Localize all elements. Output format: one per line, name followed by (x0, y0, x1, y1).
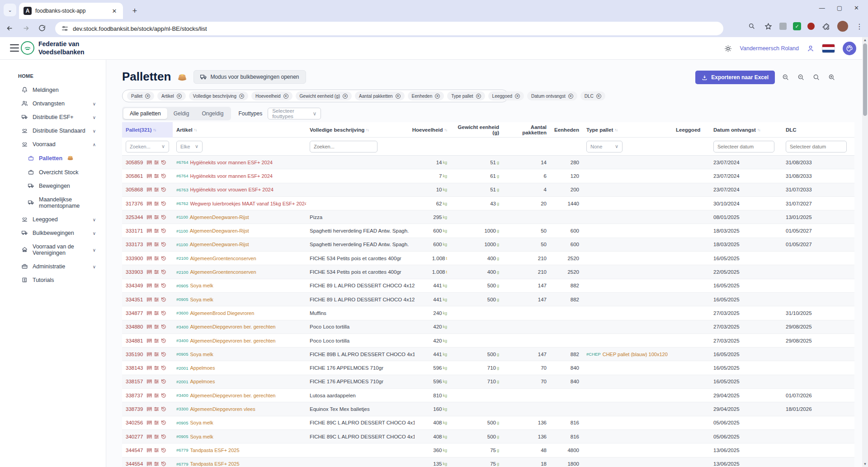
barcode-icon[interactable] (146, 352, 152, 357)
chip-remove-icon[interactable]: ✕ (283, 94, 288, 99)
tune-icon[interactable] (154, 338, 159, 343)
kebab-menu-icon[interactable]: ⋮ (854, 21, 864, 31)
chip-remove-icon[interactable]: ✕ (177, 94, 182, 99)
chip-remove-icon[interactable]: ✕ (515, 94, 520, 99)
browser-tab[interactable]: A foodbanks-stock-app ✕ (19, 3, 123, 19)
filter-chip-hoeveelheid[interactable]: Hoeveelheid✕ (251, 91, 292, 100)
article-cell[interactable]: #0905Soya melk (173, 420, 306, 425)
pallet-number[interactable]: 335190 (126, 352, 143, 357)
tune-icon[interactable] (154, 448, 159, 453)
barcode-icon[interactable] (146, 187, 152, 192)
sidebar-item-meldingen[interactable]: Meldingen (0, 83, 106, 97)
article-cell[interactable]: #1100AlgemeenDeegwaren-Rijst (173, 214, 306, 220)
sort-icon[interactable]: ↑↓ (444, 128, 448, 132)
filter-chipbar[interactable]: Pallet✕Artikel✕Volledige beschrijving✕Ho… (122, 90, 509, 102)
filter-chip-leeggoed[interactable]: Leeggoed✕ (488, 91, 524, 100)
article-cell[interactable]: #0905Soya melk (173, 297, 306, 302)
article-cell[interactable]: #1100AlgemeenDeegwaren-Rijst (173, 242, 306, 247)
column-header-artikel[interactable]: Artikel↑↓ (173, 122, 306, 138)
pallet-number[interactable]: 338737 (126, 393, 143, 398)
pallet-number[interactable]: 325344 (126, 214, 143, 220)
barcode-icon[interactable] (146, 420, 152, 425)
article-cell[interactable]: #3400AlgemeenDiepgevroren ber. gerechten (173, 393, 306, 398)
chip-remove-icon[interactable]: ✕ (435, 94, 440, 99)
article-cell[interactable]: #3300AlgemeenDiepgevroren vlees (173, 406, 306, 412)
filter-input[interactable] (713, 141, 774, 152)
column-header-hoeveelheid[interactable]: Hoeveelheid↑↓ (415, 122, 451, 138)
tune-icon[interactable] (154, 420, 159, 425)
hamburger-menu-icon[interactable] (10, 44, 19, 52)
pallet-number[interactable]: 344554 (126, 461, 143, 467)
barcode-icon[interactable] (146, 434, 152, 439)
column-header-leeggoed[interactable]: Leeggoed (672, 122, 710, 138)
tab-alle-palletten[interactable]: Alle palletten (123, 108, 167, 119)
history-icon[interactable] (161, 324, 166, 329)
bulk-mode-button[interactable]: Modus voor bulkbewegingen openen (193, 70, 306, 84)
barcode-icon[interactable] (146, 283, 152, 288)
barcode-icon[interactable] (146, 173, 152, 179)
history-icon[interactable] (161, 173, 166, 179)
zoom-in-icon[interactable] (828, 74, 835, 81)
article-cell[interactable]: #0905Soya melk (173, 434, 306, 439)
language-flag-nl[interactable] (822, 44, 835, 52)
extension-icon-green-check[interactable]: ✓ (793, 22, 801, 30)
fouttypes-select[interactable]: Selecteer fouttypes∨ (268, 108, 321, 119)
tab-geldig[interactable]: Geldig (167, 108, 196, 119)
history-icon[interactable] (161, 379, 166, 384)
article-cell[interactable]: #2100AlgemeenGroentenconserven (173, 269, 306, 275)
sidebar-item-ontvangsten[interactable]: Ontvangsten∨ (0, 97, 106, 110)
column-header-aantal-pakketten[interactable]: Aantal pakketten (503, 122, 550, 138)
theme-palette-button[interactable] (843, 42, 856, 55)
back-icon[interactable] (3, 21, 16, 35)
zoom-search-icon[interactable] (747, 21, 757, 31)
article-cell[interactable]: #6763Hygiënekits voor vrouwen ESF+ 2024 (173, 187, 306, 192)
sidebar-item-bulkbewegingen[interactable]: Bulkbewegingen∨ (0, 226, 106, 240)
pallet-number[interactable]: 333900 (126, 256, 143, 261)
filter-chip-datum-ontvangst[interactable]: Datum ontvangst✕ (527, 91, 577, 100)
sidebar-item-bewegingen[interactable]: Bewegingen (0, 179, 106, 193)
pallet-number[interactable]: 333173 (126, 242, 143, 247)
filter-chip-dlc[interactable]: DLC✕ (580, 91, 605, 100)
filter-input[interactable] (786, 141, 847, 152)
column-header-dlc[interactable]: DLC (782, 122, 854, 138)
tune-icon[interactable] (154, 256, 159, 261)
pallet-number[interactable]: 338739 (126, 406, 143, 412)
history-icon[interactable] (161, 448, 166, 453)
sort-icon[interactable]: ↑↓ (757, 128, 760, 132)
history-icon[interactable] (161, 214, 166, 220)
pallet-number[interactable]: 334351 (126, 297, 143, 302)
filter-chip-aantal-pakketten[interactable]: Aantal pakketten✕ (355, 91, 405, 100)
export-excel-button[interactable]: Exporteren naar Excel (695, 71, 775, 84)
filter-chip-artikel[interactable]: Artikel✕ (157, 91, 186, 100)
tab-search-button[interactable]: ⌄ (4, 4, 16, 16)
history-icon[interactable] (161, 228, 166, 234)
tab-close-icon[interactable]: ✕ (110, 7, 118, 15)
barcode-icon[interactable] (146, 393, 152, 398)
barcode-icon[interactable] (146, 310, 152, 316)
sidebar-item-leeggoed[interactable]: Leeggoed∨ (0, 213, 106, 226)
barcode-icon[interactable] (146, 324, 152, 329)
page-scrollbar[interactable]: ▲ ▼ (862, 37, 868, 467)
history-icon[interactable] (161, 420, 166, 425)
article-cell[interactable]: #6764Hygiënekits voor mannen ESF+ 2024 (173, 160, 306, 165)
history-icon[interactable] (161, 242, 166, 247)
pallet-number[interactable]: 334877 (126, 310, 143, 316)
pallet-number[interactable]: 305868 (126, 187, 143, 192)
article-cell[interactable]: #2100AlgemeenGroentenconserven (173, 256, 306, 261)
column-header-gewicht-eenheid-g-[interactable]: Gewicht eenheid (g) (451, 122, 503, 138)
chip-remove-icon[interactable]: ✕ (239, 94, 244, 99)
sort-icon[interactable]: ↑↓ (194, 128, 197, 132)
article-cell[interactable]: #2001Appelmoes (173, 365, 306, 371)
pallet-number[interactable]: 305861 (126, 173, 143, 179)
barcode-icon[interactable] (146, 365, 152, 371)
tune-icon[interactable] (154, 393, 159, 398)
filter-select[interactable]: Zoeken...∨ (126, 141, 169, 152)
tune-icon[interactable] (154, 461, 159, 467)
tune-icon[interactable] (154, 297, 159, 302)
barcode-icon[interactable] (146, 379, 152, 384)
article-cell[interactable]: #0905Soya melk (173, 283, 306, 288)
extension-icon-gray[interactable] (779, 23, 787, 30)
history-icon[interactable] (161, 310, 166, 316)
pallet-number[interactable]: 334880 (126, 324, 143, 329)
tune-icon[interactable] (154, 406, 159, 412)
